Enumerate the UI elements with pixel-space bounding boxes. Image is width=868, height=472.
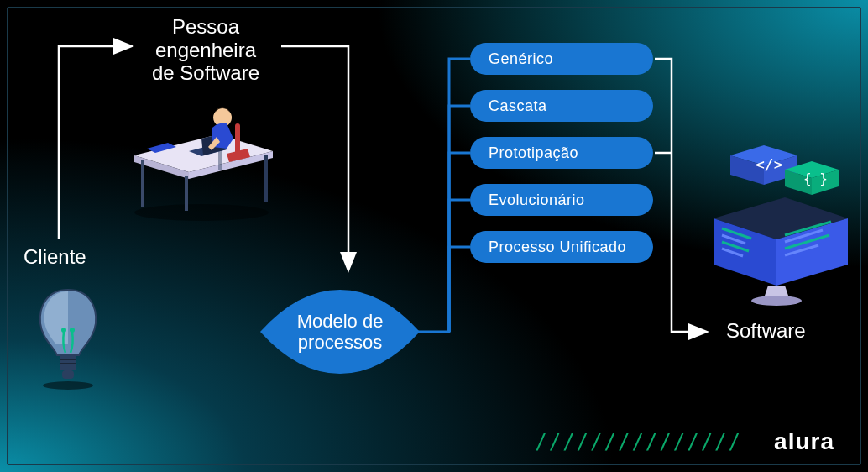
computer-icon: </> { } [697,143,856,311]
diagram-stage: Cliente Pessoa engenheira de Software [0,0,868,472]
svg-rect-12 [141,160,144,207]
svg-text:</>: </> [756,155,783,173]
brand-logo: alura [774,428,834,455]
svg-point-42 [751,296,802,306]
engineer-label: Pessoa engenheira de Software [126,15,285,85]
svg-point-1 [43,381,93,390]
svg-rect-13 [185,176,188,211]
svg-point-7 [70,328,75,333]
model-line1: Modelo de [297,311,384,332]
engineer-desk-icon [118,88,285,223]
svg-rect-5 [62,370,74,379]
model-option-processo-unificado: Processo Unificado [470,231,653,263]
svg-rect-4 [60,363,76,364]
engineer-line2: engenheira [155,39,256,61]
software-label: Software [726,319,806,343]
svg-point-8 [134,204,269,221]
svg-rect-3 [60,359,76,360]
model-option-cascata: Cascata [470,90,653,122]
lightbulb-icon [30,281,106,391]
svg-point-6 [61,328,66,333]
model-option-prototipacao: Prototipação [470,137,653,169]
model-option-generico: Genérico [470,43,653,75]
model-option-evolucionario: Evolucionário [470,184,653,216]
brand-slashes: /////////////// [535,430,742,454]
process-model-node: Modelo de processos [252,286,428,378]
svg-text:{ }: { } [803,170,828,186]
model-line2: processos [298,332,382,353]
engineer-line3: de Software [152,61,259,84]
cliente-label: Cliente [24,245,86,269]
svg-rect-14 [264,155,268,202]
engineer-line1: Pessoa [172,15,239,38]
